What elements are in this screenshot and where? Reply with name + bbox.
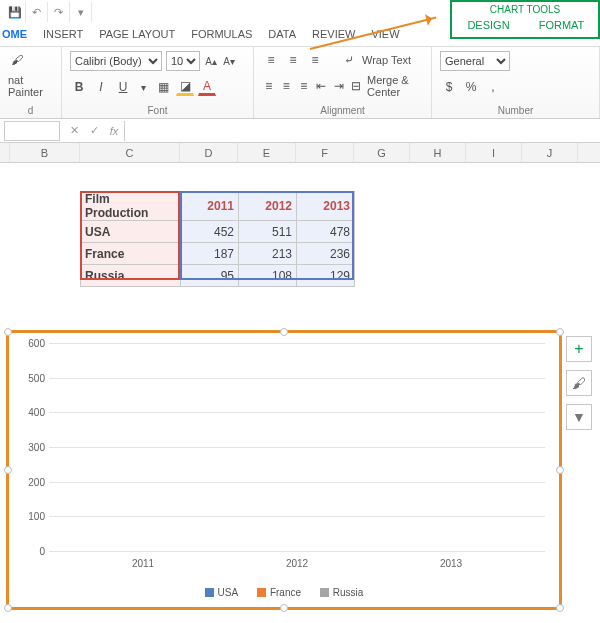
number-format-select[interactable]: General: [440, 51, 510, 71]
tab-insert[interactable]: INSERT: [43, 28, 83, 40]
wrap-text-button[interactable]: Wrap Text: [362, 54, 411, 66]
comma-icon[interactable]: ,: [484, 78, 502, 96]
resize-handle[interactable]: [280, 604, 288, 612]
year-cell[interactable]: 2012: [239, 192, 297, 221]
cancel-icon[interactable]: ✕: [64, 124, 84, 137]
group-clipboard: 🖌 nat Painter d: [0, 47, 62, 118]
formula-input[interactable]: [124, 121, 600, 141]
underline-button[interactable]: U: [114, 78, 132, 96]
table-header-cell[interactable]: Film Production: [81, 192, 181, 221]
row-label-cell[interactable]: Russia: [81, 265, 181, 287]
tab-home[interactable]: OME: [2, 28, 27, 40]
row-label-cell[interactable]: France: [81, 243, 181, 265]
font-name-select[interactable]: Calibri (Body): [70, 51, 162, 71]
resize-handle[interactable]: [556, 466, 564, 474]
legend-label: Russia: [333, 587, 364, 598]
x-tick-label: 2013: [391, 558, 511, 569]
redo-icon[interactable]: ↷: [48, 2, 70, 22]
col-d[interactable]: D: [180, 143, 238, 162]
chart-styles-button[interactable]: 🖌: [566, 370, 592, 396]
format-painter-label[interactable]: nat Painter: [8, 74, 53, 98]
value-cell[interactable]: 213: [239, 243, 297, 265]
value-cell[interactable]: 129: [297, 265, 355, 287]
table-row: Russia 95 108 129: [81, 265, 355, 287]
value-cell[interactable]: 478: [297, 221, 355, 243]
chart-legend[interactable]: USA France Russia: [9, 587, 559, 599]
value-cell[interactable]: 511: [239, 221, 297, 243]
tab-formulas[interactable]: FORMULAS: [191, 28, 252, 40]
row-label-cell[interactable]: USA: [81, 221, 181, 243]
font-color-icon[interactable]: A: [198, 78, 216, 96]
bold-button[interactable]: B: [70, 78, 88, 96]
group-number-title: Number: [440, 103, 591, 116]
tab-format[interactable]: FORMAT: [525, 15, 598, 37]
chart-object[interactable]: 0100200300400500600201120122013 USA Fran…: [6, 330, 562, 610]
chart-elements-button[interactable]: +: [566, 336, 592, 362]
y-tick-label: 400: [19, 407, 45, 418]
col-h[interactable]: H: [410, 143, 466, 162]
enter-icon[interactable]: ✓: [84, 124, 104, 137]
resize-handle[interactable]: [4, 604, 12, 612]
legend-item: USA: [205, 587, 239, 598]
col-j[interactable]: J: [522, 143, 578, 162]
resize-handle[interactable]: [556, 328, 564, 336]
merge-center-button[interactable]: Merge & Center: [367, 74, 423, 98]
group-number: General $ % , Number: [432, 47, 600, 118]
chart-plot-area[interactable]: 0100200300400500600201120122013: [49, 343, 545, 551]
shrink-font-icon[interactable]: A▾: [222, 54, 236, 68]
align-bottom-icon[interactable]: ≡: [306, 51, 324, 69]
save-icon[interactable]: 💾: [4, 2, 26, 22]
undo-icon[interactable]: ↶: [26, 2, 48, 22]
year-cell[interactable]: 2011: [181, 192, 239, 221]
col-c[interactable]: C: [80, 143, 180, 162]
resize-handle[interactable]: [4, 328, 12, 336]
align-center-icon[interactable]: ≡: [280, 77, 294, 95]
value-cell[interactable]: 95: [181, 265, 239, 287]
year-cell[interactable]: 2013: [297, 192, 355, 221]
resize-handle[interactable]: [4, 466, 12, 474]
name-box[interactable]: [4, 121, 60, 141]
value-cell[interactable]: 452: [181, 221, 239, 243]
col-e[interactable]: E: [238, 143, 296, 162]
percent-icon[interactable]: %: [462, 78, 480, 96]
border-icon[interactable]: ▦: [154, 78, 172, 96]
tab-data[interactable]: DATA: [268, 28, 296, 40]
align-top-icon[interactable]: ≡: [262, 51, 280, 69]
chart-filters-button[interactable]: ▼: [566, 404, 592, 430]
grow-font-icon[interactable]: A▴: [204, 54, 218, 68]
value-cell[interactable]: 236: [297, 243, 355, 265]
group-clipboard-title: d: [8, 103, 53, 116]
col-b[interactable]: B: [10, 143, 80, 162]
font-size-select[interactable]: 10: [166, 51, 200, 71]
align-left-icon[interactable]: ≡: [262, 77, 276, 95]
increase-indent-icon[interactable]: ⇥: [332, 77, 346, 95]
select-all-corner[interactable]: [0, 143, 10, 162]
currency-icon[interactable]: $: [440, 78, 458, 96]
value-cell[interactable]: 108: [239, 265, 297, 287]
align-right-icon[interactable]: ≡: [297, 77, 311, 95]
data-table[interactable]: Film Production 2011 2012 2013 USA 452 5…: [80, 191, 355, 287]
italic-button[interactable]: I: [92, 78, 110, 96]
merge-icon[interactable]: ⊟: [350, 77, 364, 95]
qat-dropdown-icon[interactable]: ▾: [70, 2, 92, 22]
fill-color-icon[interactable]: ◪: [176, 78, 194, 96]
tab-page-layout[interactable]: PAGE LAYOUT: [99, 28, 175, 40]
value-cell[interactable]: 187: [181, 243, 239, 265]
legend-label: France: [270, 587, 301, 598]
fx-icon[interactable]: fx: [104, 125, 124, 137]
x-tick-label: 2012: [237, 558, 357, 569]
col-f[interactable]: F: [296, 143, 354, 162]
col-g[interactable]: G: [354, 143, 410, 162]
wrap-text-icon[interactable]: ⤶: [340, 51, 358, 69]
decrease-indent-icon[interactable]: ⇤: [315, 77, 329, 95]
group-font-title: Font: [70, 103, 245, 116]
tab-design[interactable]: DESIGN: [452, 15, 525, 37]
y-tick-label: 600: [19, 338, 45, 349]
align-middle-icon[interactable]: ≡: [284, 51, 302, 69]
dropdown-icon[interactable]: ▾: [136, 80, 150, 94]
format-painter-icon[interactable]: 🖌: [8, 51, 26, 69]
resize-handle[interactable]: [280, 328, 288, 336]
ribbon: 🖌 nat Painter d Calibri (Body) 10 A▴ A▾ …: [0, 47, 600, 119]
resize-handle[interactable]: [556, 604, 564, 612]
col-i[interactable]: I: [466, 143, 522, 162]
